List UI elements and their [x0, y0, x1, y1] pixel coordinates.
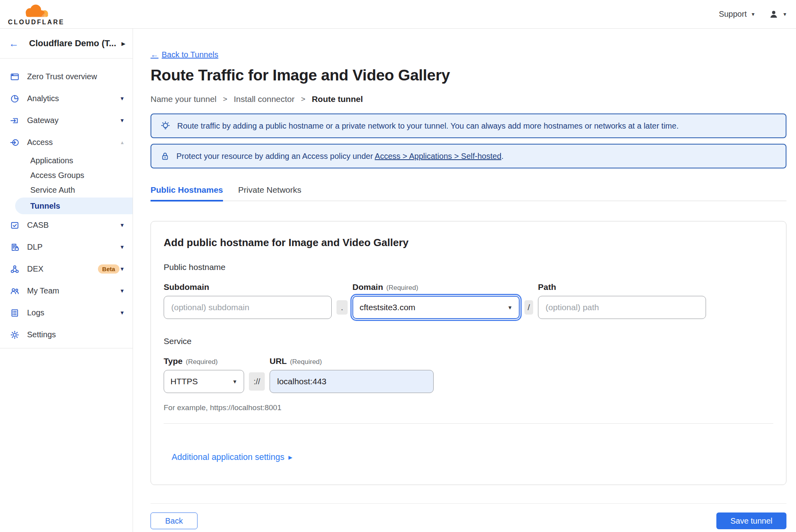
account-name: Cloudflare Demo (T...: [29, 38, 121, 49]
back-arrow-icon[interactable]: ←: [9, 39, 19, 49]
domain-select[interactable]: cftestsite3.com ▼: [352, 296, 520, 319]
chevron-down-icon: ▼: [119, 266, 125, 272]
lock-icon: [160, 151, 170, 161]
sidebar-subitem-label: Tunnels: [30, 201, 60, 211]
dot-separator: .: [336, 300, 348, 315]
footer-actions: Back Save tunnel: [151, 512, 786, 529]
cloudflare-logo: CLOUDFLARE: [8, 3, 65, 25]
sidebar-item-label: Gateway: [27, 116, 119, 125]
chevron-down-icon: ▼: [119, 288, 125, 293]
sidebar-item-zero-trust-overview[interactable]: Zero Trust overview: [0, 66, 133, 88]
sidebar-item-dex[interactable]: DEX Beta ▼: [0, 258, 133, 280]
main-content: ← Back to Tunnels Route Traffic for Imag…: [133, 29, 796, 532]
breadcrumb: Name your tunnel > Install connector > R…: [151, 94, 786, 104]
sidebar-item-applications[interactable]: Applications: [0, 153, 133, 168]
access-applications-self-hosted-link[interactable]: Access > Applications > Self-hosted: [375, 152, 501, 160]
analytics-pie-icon: [10, 94, 20, 104]
card-heading: Add public hostname for Image and Video …: [164, 237, 773, 249]
sidebar-item-my-team[interactable]: My Team ▼: [0, 280, 133, 302]
sidebar-item-gateway[interactable]: Gateway ▼: [0, 110, 133, 131]
sidebar-item-label: Logs: [27, 308, 119, 317]
sidebar-item-service-auth[interactable]: Service Auth: [0, 183, 133, 198]
chevron-down-icon: ▼: [119, 96, 125, 101]
banner-text: Route traffic by adding a public hostnam…: [177, 121, 679, 131]
additional-application-settings-link[interactable]: Additional application settings ▶: [172, 452, 292, 462]
sidebar-item-logs[interactable]: Logs ▼: [0, 302, 133, 324]
domain-select-value: cftestsite3.com: [360, 303, 415, 312]
sidebar-item-tunnels[interactable]: Tunnels: [15, 198, 133, 214]
casb-icon: [10, 221, 20, 230]
sidebar: ← Cloudflare Demo (T... ▶ Zero Trust ove…: [0, 29, 133, 532]
back-link-label: Back to Tunnels: [162, 50, 218, 59]
domain-required-hint: (Required): [386, 284, 418, 291]
sidebar-item-dlp[interactable]: DLP ▼: [0, 236, 133, 258]
expand-right-icon[interactable]: ▶: [121, 41, 125, 47]
chevron-down-icon: ▼: [119, 223, 125, 228]
dex-network-icon: [10, 264, 20, 274]
zero-trust-dashboard: CLOUDFLARE Support ▼ ▼ ← Cloudflare Demo…: [0, 0, 796, 532]
breadcrumb-separator: >: [223, 95, 227, 104]
dropdown-caret-icon: ▼: [232, 379, 237, 385]
tab-private-networks[interactable]: Private Networks: [238, 185, 301, 201]
chevron-down-icon: ▼: [751, 12, 755, 17]
step-name-your-tunnel[interactable]: Name your tunnel: [151, 94, 217, 104]
chevron-down-icon: ▼: [782, 12, 787, 17]
additional-settings-label: Additional application settings: [172, 452, 284, 462]
sidebar-divider: [0, 348, 133, 348]
user-menu[interactable]: ▼: [769, 10, 787, 19]
chevron-up-icon: ▲: [120, 140, 125, 145]
sidebar-item-access-groups[interactable]: Access Groups: [0, 168, 133, 183]
top-bar: CLOUDFLARE Support ▼ ▼: [0, 0, 796, 29]
triangle-right-icon: ▶: [288, 454, 292, 460]
sidebar-subitem-label: Applications: [30, 156, 73, 165]
sidebar-item-label: DLP: [27, 243, 119, 252]
top-bar-right: Support ▼ ▼: [719, 10, 787, 19]
sidebar-item-label: My Team: [27, 286, 119, 295]
step-install-connector[interactable]: Install connector: [234, 94, 295, 104]
domain-label: Domain(Required): [352, 282, 520, 292]
support-menu[interactable]: Support ▼: [719, 10, 755, 19]
chevron-down-icon: ▼: [119, 244, 125, 250]
team-people-icon: [10, 286, 20, 296]
tab-public-hostnames[interactable]: Public Hostnames: [151, 185, 223, 201]
gateway-icon: [10, 116, 20, 125]
scheme-separator: ://: [249, 372, 265, 391]
subdomain-input[interactable]: [164, 296, 332, 319]
path-input[interactable]: [538, 296, 706, 319]
add-public-hostname-card: Add public hostname for Image and Video …: [151, 221, 786, 485]
banner-text: Protect your resource by adding an Acces…: [176, 152, 504, 161]
sidebar-item-label: Analytics: [27, 94, 119, 103]
type-label: Type(Required): [164, 356, 244, 366]
sidebar-item-access[interactable]: Access ▲: [0, 131, 133, 153]
service-section-label: Service: [164, 336, 773, 346]
save-tunnel-button[interactable]: Save tunnel: [716, 512, 786, 529]
logs-list-icon: [10, 308, 20, 318]
sidebar-item-label: DEX: [27, 264, 93, 274]
cloudflare-cloud-icon: [16, 3, 57, 19]
type-required-hint: (Required): [186, 358, 217, 366]
url-example-hint: For example, https://localhost:8001: [164, 403, 773, 412]
service-field-labels: Type(Required) URL(Required): [164, 356, 773, 366]
overview-window-icon: [10, 72, 20, 82]
hostname-field-labels: Subdomain Domain(Required) Path: [164, 282, 773, 292]
page-title: Route Traffic for Image and Video Galler…: [151, 66, 786, 84]
slash-separator: /: [524, 300, 533, 315]
sidebar-item-casb[interactable]: CASB ▼: [0, 214, 133, 236]
gear-icon: [10, 330, 20, 340]
card-divider: [164, 423, 773, 424]
url-input[interactable]: [270, 370, 434, 393]
user-icon: [769, 10, 778, 19]
access-icon: [10, 138, 20, 147]
hostname-field-row: . cftestsite3.com ▼ /: [164, 296, 773, 319]
info-banner-route-traffic: Route traffic by adding a public hostnam…: [151, 113, 786, 138]
back-to-tunnels-link[interactable]: ← Back to Tunnels: [151, 50, 218, 59]
sidebar-item-settings[interactable]: Settings: [0, 324, 133, 346]
service-field-row: HTTPS ▼ ://: [164, 370, 773, 393]
info-banner-access-policy: Protect your resource by adding an Acces…: [151, 144, 786, 168]
url-label: URL(Required): [270, 356, 434, 366]
chevron-down-icon: ▼: [119, 118, 125, 123]
breadcrumb-separator: >: [301, 95, 305, 104]
sidebar-item-analytics[interactable]: Analytics ▼: [0, 88, 133, 110]
back-button[interactable]: Back: [151, 512, 198, 529]
type-select[interactable]: HTTPS ▼: [164, 370, 244, 393]
